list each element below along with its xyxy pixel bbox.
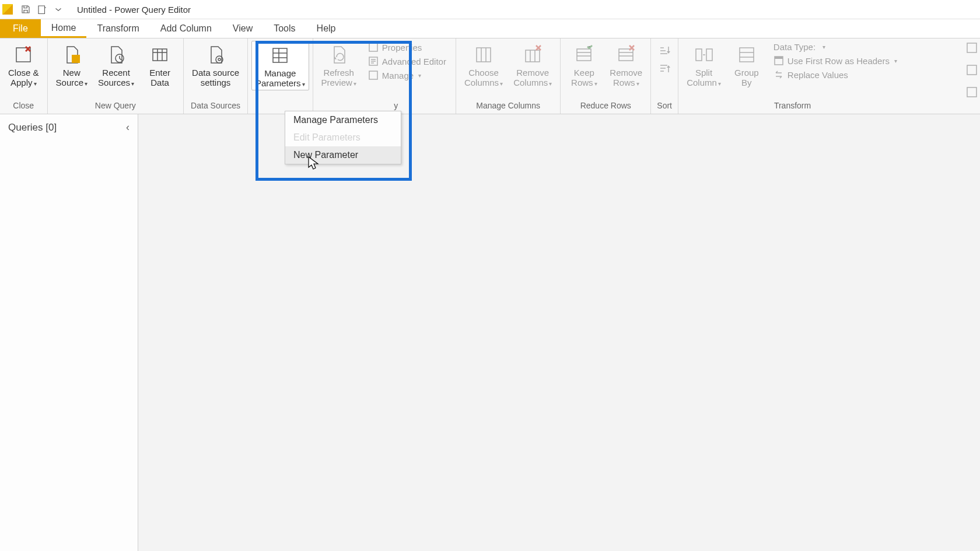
split-column-button[interactable]: Split Column▾	[684, 41, 723, 88]
first-row-label: Use First Row as Headers	[788, 56, 890, 66]
svg-rect-19	[967, 43, 977, 52]
group-sort: Sort	[651, 38, 678, 114]
replace-values-button[interactable]: Replace Values	[770, 68, 901, 81]
app-icon	[2, 4, 13, 15]
manage-query-label: Manage	[382, 71, 414, 80]
qat-dropdown-icon[interactable]	[51, 2, 65, 16]
remove-columns-button[interactable]: Remove Columns▾	[511, 41, 554, 88]
tab-view[interactable]: View	[222, 19, 263, 38]
merge-queries-icon[interactable]	[966, 42, 978, 54]
properties-label: Properties	[382, 43, 422, 52]
first-row-icon	[774, 55, 784, 66]
group-parameters: Manage Parameters▾ Parameters	[248, 38, 313, 114]
window-title: Untitled - Power Query Editor	[77, 5, 191, 15]
close-apply-icon	[13, 44, 34, 65]
save-icon[interactable]	[19, 2, 33, 16]
svg-rect-16	[740, 48, 754, 62]
replace-values-label: Replace Values	[788, 70, 848, 80]
enter-data-label: Enter Data	[149, 68, 170, 88]
svg-rect-1	[72, 55, 80, 63]
group-data-sources-label: Data Sources	[191, 100, 240, 113]
tab-tools[interactable]: Tools	[263, 19, 306, 38]
svg-rect-13	[619, 49, 633, 61]
svg-rect-7	[369, 43, 377, 51]
svg-rect-11	[526, 50, 540, 62]
group-transform: Split Column▾ Group By Data Type:▾ Use F…	[678, 38, 907, 114]
close-apply-button[interactable]: Close & Apply▾	[6, 41, 41, 88]
keep-rows-button[interactable]: Keep Rows▾	[566, 41, 601, 88]
refresh-icon	[328, 44, 349, 65]
group-reduce-rows: Keep Rows▾ Remove Rows▾ Reduce Rows	[561, 38, 651, 114]
manage-query-icon	[368, 70, 379, 80]
svg-rect-18	[775, 57, 783, 59]
split-column-label: Split Column	[687, 68, 717, 87]
group-query: Refresh Preview▾ Properties Advanced Edi…	[313, 38, 456, 114]
undo-icon[interactable]	[35, 2, 49, 16]
properties-icon	[368, 42, 379, 52]
group-new-query-label: New Query	[95, 100, 136, 113]
menu-manage-parameters[interactable]: Manage Parameters	[285, 111, 401, 129]
remove-rows-icon	[615, 44, 636, 65]
choose-columns-icon	[473, 44, 494, 65]
remove-columns-icon	[522, 44, 543, 65]
new-source-label: New Source	[56, 68, 84, 87]
remove-columns-label: Remove Columns	[513, 68, 549, 87]
data-type-button[interactable]: Data Type:▾	[770, 41, 901, 53]
svg-rect-9	[369, 71, 377, 79]
new-source-icon	[61, 44, 82, 65]
data-source-settings-label: Data source settings	[192, 68, 239, 88]
collapse-panel-icon[interactable]: ‹	[126, 121, 130, 134]
advanced-editor-label: Advanced Editor	[382, 57, 446, 66]
tab-transform[interactable]: Transform	[86, 19, 149, 38]
first-row-headers-button[interactable]: Use First Row as Headers▾	[770, 54, 901, 67]
combine-files-icon[interactable]	[966, 86, 978, 98]
manage-parameters-dropdown: Manage Parameters Edit Parameters New Pa…	[285, 111, 401, 164]
tab-add-column[interactable]: Add Column	[150, 19, 222, 38]
title-bar: Untitled - Power Query Editor	[0, 0, 980, 19]
svg-rect-14	[696, 49, 702, 61]
svg-point-5	[218, 58, 220, 61]
recent-sources-icon	[106, 44, 127, 65]
group-by-icon	[736, 44, 757, 65]
queries-panel-title: Queries [0]	[8, 122, 57, 134]
svg-rect-6	[273, 48, 287, 62]
manage-parameters-button[interactable]: Manage Parameters▾	[251, 41, 309, 90]
data-source-settings-icon	[205, 44, 226, 65]
tab-home[interactable]: Home	[41, 19, 87, 38]
refresh-preview-button[interactable]: Refresh Preview▾	[319, 41, 359, 88]
group-manage-columns-label: Manage Columns	[476, 100, 540, 113]
queries-panel: Queries [0] ‹	[0, 114, 138, 551]
remove-rows-button[interactable]: Remove Rows▾	[607, 41, 645, 88]
group-close: Close & Apply▾ Close	[0, 38, 48, 114]
properties-button[interactable]: Properties	[365, 41, 450, 54]
manage-query-button[interactable]: Manage▾	[365, 69, 450, 82]
enter-data-button[interactable]: Enter Data	[142, 41, 177, 88]
sort-asc-button[interactable]	[657, 43, 672, 58]
ribbon: Close & Apply▾ Close New Source▾ Recent …	[0, 38, 980, 114]
group-by-button[interactable]: Group By	[729, 41, 764, 88]
tab-help[interactable]: Help	[306, 19, 346, 38]
svg-rect-3	[153, 49, 167, 61]
advanced-editor-icon	[368, 56, 379, 66]
group-by-label: Group By	[734, 68, 759, 88]
group-transform-label: Transform	[774, 100, 811, 113]
enter-data-icon	[149, 44, 170, 65]
choose-columns-button[interactable]: Choose Columns▾	[462, 41, 505, 88]
append-queries-icon[interactable]	[966, 64, 978, 76]
manage-parameters-label: Manage Parameters	[256, 68, 301, 88]
menu-bar: File Home Transform Add Column View Tool…	[0, 19, 980, 38]
recent-sources-button[interactable]: Recent Sources▾	[96, 41, 136, 88]
svg-rect-20	[967, 65, 977, 75]
menu-new-parameter[interactable]: New Parameter	[285, 146, 401, 164]
svg-rect-12	[577, 49, 591, 61]
tab-file[interactable]: File	[0, 19, 41, 38]
sort-desc-button[interactable]	[657, 61, 672, 76]
choose-columns-label: Choose Columns	[464, 68, 499, 87]
keep-rows-label: Keep Rows	[571, 68, 594, 87]
menu-edit-parameters: Edit Parameters	[285, 129, 401, 146]
data-source-settings-button[interactable]: Data source settings	[190, 41, 242, 88]
new-source-button[interactable]: New Source▾	[54, 41, 90, 88]
advanced-editor-button[interactable]: Advanced Editor	[365, 55, 450, 68]
group-reduce-rows-label: Reduce Rows	[580, 100, 631, 113]
split-column-icon	[694, 44, 715, 65]
